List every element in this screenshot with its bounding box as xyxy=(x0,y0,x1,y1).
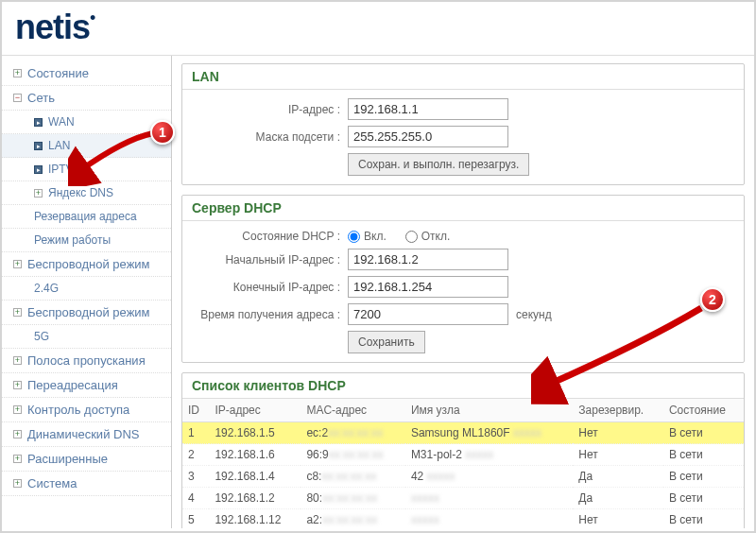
arrow-icon xyxy=(34,118,43,127)
cell-ip: 192.168.1.4 xyxy=(209,466,301,488)
ip-input[interactable] xyxy=(348,98,508,120)
cell-name: M31-pol-2 xxxxx xyxy=(405,444,573,466)
sidebar-item-24g[interactable]: 2.4G xyxy=(2,277,171,301)
arrow-icon xyxy=(34,142,43,150)
plus-icon xyxy=(13,308,22,317)
mask-input[interactable] xyxy=(348,126,508,147)
dhcp-on-radio[interactable]: Вкл. xyxy=(348,230,387,243)
clients-table: ID IP-адрес MAC-адрес Имя узла Зарезерви… xyxy=(182,399,744,528)
cell-id: 1 xyxy=(182,422,209,444)
arrow-icon xyxy=(34,165,43,174)
dhcp-off-radio[interactable]: Откл. xyxy=(405,230,451,243)
col-mac: MAC-адрес xyxy=(301,399,404,422)
sidebar-item-network[interactable]: Сеть xyxy=(2,86,171,111)
dhcp-section: Сервер DHCP Состояние DHCP : Вкл. Откл. … xyxy=(181,195,745,363)
sidebar-item-status[interactable]: Состояние xyxy=(2,61,171,86)
minus-icon xyxy=(13,94,22,102)
lan-title: LAN xyxy=(182,64,744,90)
sidebar-item-wan[interactable]: WAN xyxy=(2,111,171,134)
col-state: Состояние xyxy=(663,399,744,422)
cell-reserved: Да xyxy=(573,466,663,488)
sidebar-item-mode[interactable]: Режим работы xyxy=(2,229,171,252)
sidebar-item-system[interactable]: Система xyxy=(2,472,171,496)
dhcp-start-input[interactable] xyxy=(348,249,508,270)
cell-mac: 96:9xx:xx:xx:xx xyxy=(301,444,404,466)
cell-reserved: Нет xyxy=(573,422,663,444)
cell-mac: 80:xx:xx:xx:xx xyxy=(301,488,404,509)
cell-state: В сети xyxy=(663,422,744,444)
cell-name: xxxxx xyxy=(405,509,573,529)
plus-icon xyxy=(13,260,22,268)
seconds-unit: секунд xyxy=(516,308,552,321)
ip-label: IP-адрес : xyxy=(182,103,348,116)
cell-mac: c8:xx:xx:xx:xx xyxy=(301,466,404,488)
sidebar-item-wireless-24[interactable]: Беспроводной режим xyxy=(2,252,171,277)
cell-ip: 192.168.1.12 xyxy=(209,509,301,529)
table-row[interactable]: 1192.168.1.5ec:2xx:xx:xx:xxSamsung ML186… xyxy=(182,422,744,444)
sidebar-item-lan[interactable]: LAN xyxy=(2,134,171,158)
cell-ip: 192.168.1.2 xyxy=(209,488,301,509)
cell-id: 5 xyxy=(182,509,209,529)
sidebar-item-advanced[interactable]: Расширенные xyxy=(2,447,171,472)
table-row[interactable]: 5192.168.1.12a2:xx:xx:xx:xx xxxxxНетВ се… xyxy=(182,509,744,529)
cell-name: 42 xxxxx xyxy=(405,466,573,488)
plus-icon xyxy=(13,479,22,488)
annotation-badge-2: 2 xyxy=(700,287,725,312)
cell-ip: 192.168.1.5 xyxy=(209,422,301,444)
lan-save-button[interactable]: Сохран. и выполн. перезагруз. xyxy=(348,153,529,176)
sidebar-item-forwarding[interactable]: Переадресация xyxy=(2,373,171,398)
dhcp-title: Сервер DHCP xyxy=(182,196,744,221)
cell-mac: ec:2xx:xx:xx:xx xyxy=(301,422,404,444)
plus-icon xyxy=(34,189,43,198)
annotation-badge-1: 1 xyxy=(150,120,175,145)
col-reserved: Зарезервир. xyxy=(573,399,663,422)
sidebar: Состояние Сеть WAN LAN IPTV Яндекс DNS Р… xyxy=(2,56,172,528)
cell-id: 3 xyxy=(182,466,209,488)
sidebar-item-5g[interactable]: 5G xyxy=(2,325,171,349)
cell-id: 2 xyxy=(182,444,209,466)
plus-icon xyxy=(13,69,22,77)
cell-reserved: Да xyxy=(573,488,663,509)
plus-icon xyxy=(13,356,22,365)
clients-section: Список клиентов DHCP ID IP-адрес MAC-адр… xyxy=(181,372,745,528)
table-row[interactable]: 2192.168.1.696:9xx:xx:xx:xxM31-pol-2 xxx… xyxy=(182,444,744,466)
cell-state: В сети xyxy=(663,509,744,529)
sidebar-item-iptv[interactable]: IPTV xyxy=(2,158,171,181)
lan-section: LAN IP-адрес : Маска подсети : Сохран. и… xyxy=(181,63,745,185)
dhcp-lease-input[interactable] xyxy=(348,303,508,325)
dhcp-end-label: Конечный IP-адрес : xyxy=(182,281,348,294)
cell-state: В сети xyxy=(663,444,744,466)
sidebar-item-ddns[interactable]: Динамический DNS xyxy=(2,422,171,447)
cell-name: xxxxx xyxy=(405,488,573,509)
dhcp-lease-label: Время получения адреса : xyxy=(182,308,348,321)
sidebar-item-access[interactable]: Контроль доступа xyxy=(2,398,171,422)
cell-reserved: Нет xyxy=(573,509,663,529)
dhcp-save-button[interactable]: Сохранить xyxy=(348,331,425,353)
col-name: Имя узла xyxy=(405,399,573,422)
dhcp-start-label: Начальный IP-адрес : xyxy=(182,253,348,266)
cell-state: В сети xyxy=(663,466,744,488)
sidebar-item-bandwidth[interactable]: Полоса пропускания xyxy=(2,349,171,373)
plus-icon xyxy=(13,430,22,438)
cell-name: Samsung ML1860F xxxxx xyxy=(405,422,573,444)
table-row[interactable]: 4192.168.1.280:xx:xx:xx:xx xxxxxДаВ сети xyxy=(182,488,744,509)
col-id: ID xyxy=(182,399,209,422)
brand-logo: netis• xyxy=(2,2,754,56)
cell-id: 4 xyxy=(182,488,209,509)
cell-ip: 192.168.1.6 xyxy=(209,444,301,466)
col-ip: IP-адрес xyxy=(209,399,301,422)
cell-mac: a2:xx:xx:xx:xx xyxy=(301,509,404,529)
dhcp-end-input[interactable] xyxy=(348,276,508,298)
sidebar-item-wireless-5[interactable]: Беспроводной режим xyxy=(2,301,171,325)
table-row[interactable]: 3192.168.1.4c8:xx:xx:xx:xx42 xxxxxДаВ се… xyxy=(182,466,744,488)
sidebar-item-yandex-dns[interactable]: Яндекс DNS xyxy=(2,181,171,205)
sidebar-item-addr-reserve[interactable]: Резервация адреса xyxy=(2,205,171,229)
main-content: LAN IP-адрес : Маска подсети : Сохран. и… xyxy=(172,56,754,528)
clients-title: Список клиентов DHCP xyxy=(182,373,744,399)
dhcp-state-label: Состояние DHCP : xyxy=(182,230,348,243)
cell-reserved: Нет xyxy=(573,444,663,466)
plus-icon xyxy=(13,381,22,389)
cell-state: В сети xyxy=(663,488,744,509)
plus-icon xyxy=(13,405,22,414)
mask-label: Маска подсети : xyxy=(182,130,348,144)
